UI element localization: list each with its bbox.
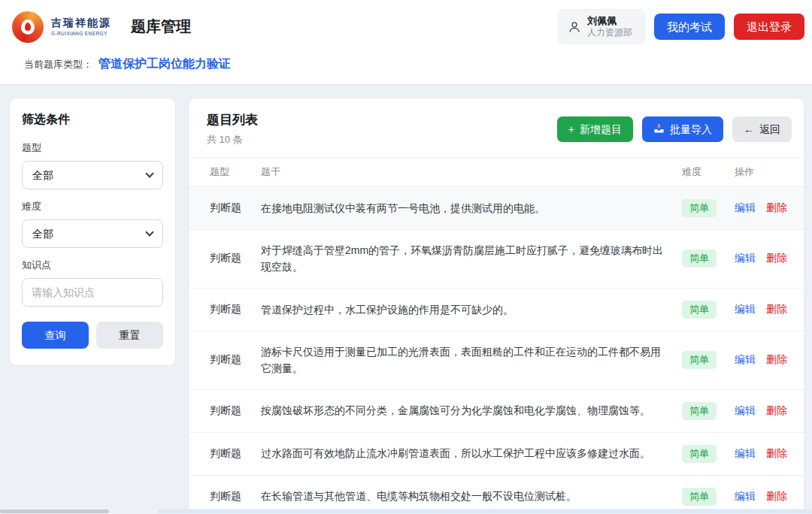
question-stem-cell: 在长输管道与其他管道、电缆等构筑物相交处一般不设电位测试桩。 bbox=[261, 488, 682, 504]
question-list-panel: 题目列表 共 10 条 + 新增题目 批量导入 bbox=[188, 98, 804, 514]
edit-link[interactable]: 编辑 bbox=[735, 404, 756, 418]
column-header-type: 题型 bbox=[210, 165, 261, 179]
horizontal-scrollbar-band bbox=[158, 509, 812, 513]
my-exams-button[interactable]: 我的考试 bbox=[654, 14, 725, 40]
query-button[interactable]: 查询 bbox=[22, 322, 89, 349]
difficulty-badge: 简单 bbox=[682, 402, 717, 420]
table-row: 判断题 游标卡尺仅适用于测量已加工的光滑表面，表面粗糙的工件和正在运动的工件都不… bbox=[189, 331, 804, 390]
knowledge-point-input[interactable] bbox=[22, 278, 163, 307]
delete-link[interactable]: 删除 bbox=[766, 404, 787, 418]
horizontal-scrollbar bbox=[0, 509, 812, 514]
company-logo bbox=[12, 11, 44, 43]
edit-link[interactable]: 编辑 bbox=[735, 490, 756, 503]
table-row: 判断题 按腐蚀破坏形态的不同分类，金属腐蚀可分为化学腐蚀和电化学腐蚀、物理腐蚀等… bbox=[189, 390, 804, 433]
table-row: 判断题 对于焊缝高于管壁2mm的管子，环氧煤沥青防腐层施工时应打腻子，避免缠玻璃… bbox=[189, 230, 804, 289]
list-title: 题目列表 bbox=[207, 111, 258, 128]
question-type-cell: 判断题 bbox=[210, 353, 261, 367]
question-stem-cell: 过水路面可有效地防止流水冲刷管道表面，所以水工保护工程中应该多修建过水面。 bbox=[261, 445, 682, 461]
question-type-cell: 判断题 bbox=[210, 201, 261, 215]
top-header: 吉瑞祥能源 G-RUIXIANG ENERGY 题库管理 刘佩佩 人力资源部 我… bbox=[0, 0, 812, 85]
question-stem-cell: 在接地电阻测试仪中装有两节一号电池，提供测试用的电能。 bbox=[261, 200, 682, 216]
back-arrow-icon: ← bbox=[744, 124, 754, 135]
reset-button[interactable]: 重置 bbox=[96, 322, 163, 349]
user-info-chip: 刘佩佩 人力资源部 bbox=[558, 9, 645, 44]
difficulty-badge: 简单 bbox=[682, 199, 717, 217]
filter-panel-title: 筛选条件 bbox=[22, 112, 163, 128]
difficulty-label: 难度 bbox=[22, 200, 163, 213]
column-header-stem: 题干 bbox=[261, 165, 682, 179]
edit-link[interactable]: 编辑 bbox=[735, 252, 756, 265]
question-stem-cell: 按腐蚀破坏形态的不同分类，金属腐蚀可分为化学腐蚀和电化学腐蚀、物理腐蚀等。 bbox=[261, 402, 682, 419]
difficulty-select[interactable]: 全部 bbox=[22, 219, 163, 248]
edit-link[interactable]: 编辑 bbox=[735, 353, 756, 367]
bank-type-label: 当前题库类型： bbox=[24, 58, 92, 71]
table-body: 判断题 在接地电阻测试仪中装有两节一号电池，提供测试用的电能。 简单 编辑 删除… bbox=[189, 187, 804, 514]
bank-type-value[interactable]: 管道保护工岗位能力验证 bbox=[98, 56, 231, 72]
question-type-select[interactable]: 全部 bbox=[22, 161, 163, 189]
question-type-cell: 判断题 bbox=[210, 303, 261, 316]
horizontal-scrollbar-thumb[interactable] bbox=[0, 509, 109, 513]
table-row: 判断题 过水路面可有效地防止流水冲刷管道表面，所以水工保护工程中应该多修建过水面… bbox=[189, 433, 804, 476]
knowledge-point-label: 知识点 bbox=[22, 259, 163, 272]
table-row: 判断题 管道保护过程中，水工保护设施的作用是不可缺少的。 简单 编辑 删除 bbox=[189, 289, 804, 331]
question-type-label: 题型 bbox=[22, 141, 163, 155]
breadcrumb: 当前题库类型： 管道保护工岗位能力验证 bbox=[24, 56, 804, 72]
user-department: 人力资源部 bbox=[587, 27, 632, 38]
edit-link[interactable]: 编辑 bbox=[735, 201, 756, 215]
question-type-cell: 判断题 bbox=[210, 404, 261, 418]
question-stem-cell: 管道保护过程中，水工保护设施的作用是不可缺少的。 bbox=[261, 301, 682, 318]
difficulty-badge: 简单 bbox=[682, 249, 717, 268]
difficulty-badge: 简单 bbox=[682, 445, 717, 463]
table-header: 题型 题干 难度 操作 bbox=[189, 158, 804, 187]
difficulty-badge: 简单 bbox=[682, 488, 717, 506]
delete-link[interactable]: 删除 bbox=[766, 490, 787, 503]
brand-name: 吉瑞祥能源 bbox=[51, 17, 111, 29]
batch-import-button[interactable]: 批量导入 bbox=[642, 116, 723, 142]
question-type-cell: 判断题 bbox=[210, 490, 261, 503]
difficulty-badge: 简单 bbox=[682, 301, 717, 319]
list-count: 共 10 条 bbox=[207, 133, 258, 147]
edit-link[interactable]: 编辑 bbox=[735, 303, 756, 316]
edit-link[interactable]: 编辑 bbox=[735, 447, 756, 461]
column-header-difficulty: 难度 bbox=[682, 165, 735, 179]
difficulty-badge: 简单 bbox=[682, 351, 717, 369]
logout-button[interactable]: 退出登录 bbox=[734, 14, 804, 40]
question-stem-cell: 游标卡尺仅适用于测量已加工的光滑表面，表面粗糙的工件和正在运动的工件都不易用它测… bbox=[261, 343, 682, 377]
question-type-cell: 判断题 bbox=[210, 447, 261, 461]
plus-icon: + bbox=[568, 124, 574, 135]
delete-link[interactable]: 删除 bbox=[766, 201, 787, 215]
delete-link[interactable]: 删除 bbox=[766, 447, 787, 461]
back-button[interactable]: ← 返回 bbox=[732, 116, 792, 142]
question-type-cell: 判断题 bbox=[210, 252, 261, 265]
brand-subtitle: G-RUIXIANG ENERGY bbox=[51, 31, 111, 36]
filter-panel: 筛选条件 题型 全部 难度 全部 知识点 查询 重置 bbox=[9, 98, 176, 366]
flame-drop-icon bbox=[25, 23, 31, 31]
delete-link[interactable]: 删除 bbox=[766, 303, 787, 316]
inbox-tray-icon bbox=[653, 123, 665, 135]
delete-link[interactable]: 删除 bbox=[766, 353, 787, 367]
question-stem-cell: 对于焊缝高于管壁2mm的管子，环氧煤沥青防腐层施工时应打腻子，避免缠玻璃布时出现… bbox=[261, 242, 682, 276]
user-name: 刘佩佩 bbox=[587, 15, 632, 27]
delete-link[interactable]: 删除 bbox=[766, 252, 787, 265]
user-icon bbox=[568, 20, 581, 34]
column-header-actions: 操作 bbox=[735, 165, 786, 179]
page-title: 题库管理 bbox=[131, 17, 191, 37]
table-row: 判断题 在接地电阻测试仪中装有两节一号电池，提供测试用的电能。 简单 编辑 删除 bbox=[189, 187, 804, 230]
add-question-button[interactable]: + 新增题目 bbox=[557, 116, 633, 142]
